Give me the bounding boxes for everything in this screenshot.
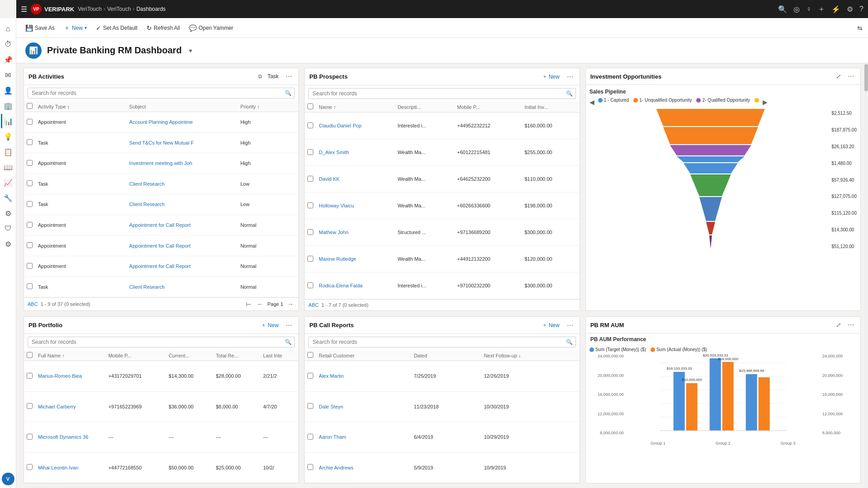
cell-check	[24, 391, 35, 422]
sidebar-icon-leads[interactable]: 📊	[1, 114, 15, 128]
bell-icon[interactable]: ♀	[806, 5, 811, 13]
call-reports-more-button[interactable]: ⋯	[565, 321, 575, 330]
row-checkbox[interactable]	[27, 283, 33, 289]
row-checkbox[interactable]	[307, 149, 313, 155]
scrollbar[interactable]	[864, 63, 868, 488]
sidebar-icon-reports[interactable]: 📈	[1, 175, 15, 190]
refresh-button[interactable]: ↻ Refresh All	[143, 23, 184, 33]
circle-icon[interactable]: ◎	[793, 5, 800, 14]
sidebar-avatar[interactable]: V	[2, 473, 14, 485]
row-checkbox[interactable]	[307, 373, 313, 379]
prospects-abc-button[interactable]: ABC	[308, 302, 319, 308]
funnel-prev-button[interactable]: ◀	[590, 99, 594, 106]
portfolio-new-button[interactable]: ＋ New	[258, 320, 281, 330]
sidebar-icon-settings[interactable]: ⚙	[1, 206, 15, 221]
set-default-button[interactable]: ✓ Set As Default	[92, 23, 141, 33]
new-button[interactable]: ＋ New ▾	[60, 22, 90, 34]
row-checkbox[interactable]	[307, 464, 313, 470]
select-all-checkbox[interactable]	[307, 352, 313, 358]
more-options-button[interactable]: ⋯	[284, 72, 294, 81]
col-followup: Next Follow-up ↓	[481, 350, 579, 361]
task-button[interactable]: Task	[265, 72, 282, 80]
page-title-caret[interactable]: ▾	[189, 47, 192, 54]
breadcrumb-veritouch2[interactable]: VeriTouch	[107, 6, 131, 12]
sidebar-icon-recent[interactable]: ⏱	[1, 37, 15, 52]
row-checkbox[interactable]	[307, 403, 313, 409]
pb-prospects-search-input[interactable]	[309, 89, 563, 99]
row-checkbox[interactable]	[27, 139, 33, 145]
cell-subject: Client Research	[127, 277, 238, 297]
portfolio-more-button[interactable]: ⋯	[284, 321, 294, 330]
breadcrumb-veritouch[interactable]: VeriTouch	[78, 6, 102, 12]
new-chevron-icon[interactable]: ▾	[85, 25, 87, 30]
row-checkbox[interactable]	[27, 403, 33, 409]
investment-more-button[interactable]: ⋯	[846, 72, 856, 81]
cell-check	[24, 422, 35, 453]
settings-icon[interactable]: ⚙	[847, 5, 853, 14]
sidebar-icon-pinned[interactable]: 📌	[1, 52, 15, 67]
row-checkbox[interactable]	[27, 119, 33, 125]
main-area: ☰ VP VERIPARK VeriTouch › VeriTouch › Da…	[16, 0, 868, 488]
funnel-next-button[interactable]: ▶	[763, 99, 768, 106]
pb-call-reports-search-input[interactable]	[309, 337, 563, 347]
row-checkbox[interactable]	[27, 180, 33, 186]
row-checkbox[interactable]	[27, 222, 33, 228]
row-checkbox[interactable]	[307, 282, 313, 288]
row-checkbox[interactable]	[27, 160, 33, 166]
plus-icon[interactable]: ＋	[818, 5, 825, 14]
top-nav-right: 🔍 ◎ ♀ ＋ ⚡ ⚙ ?	[778, 5, 863, 14]
aum-expand-button[interactable]: ⤢	[834, 320, 843, 329]
sidebar-icon-opportunities[interactable]: 💡	[1, 129, 15, 144]
row-checkbox[interactable]	[307, 176, 313, 182]
row-checkbox[interactable]	[307, 202, 313, 208]
row-checkbox[interactable]	[27, 201, 33, 207]
table-row: Appointment Appointment for Call Report …	[24, 256, 298, 277]
sidebar-icon-knowledge[interactable]: 📖	[1, 160, 15, 174]
sidebar-icon-contacts[interactable]: 👤	[1, 83, 15, 98]
row-checkbox[interactable]	[27, 434, 33, 440]
hamburger-menu[interactable]: ☰	[21, 5, 27, 14]
sidebar-icon-tools[interactable]: 🔧	[1, 191, 15, 205]
pb-activities-search-input[interactable]	[28, 88, 282, 98]
first-page-button[interactable]: ⊢	[245, 300, 253, 308]
search-icon[interactable]: 🔍	[778, 5, 787, 14]
sidebar-icon-home[interactable]: ⌂	[1, 22, 15, 36]
call-reports-new-button[interactable]: ＋ New	[539, 320, 562, 330]
filter-icon[interactable]: ⚡	[831, 5, 840, 14]
help-icon[interactable]: ?	[859, 5, 863, 13]
row-checkbox[interactable]	[307, 256, 313, 262]
yammer-button[interactable]: 💬 Open Yammer	[185, 23, 237, 33]
row-checkbox[interactable]	[27, 464, 33, 470]
aum-more-button[interactable]: ⋯	[846, 320, 856, 329]
sidebar-icon-cases[interactable]: 📋	[1, 145, 15, 159]
sidebar-icon-accounts[interactable]: 🏢	[1, 99, 15, 113]
prospects-new-button[interactable]: ＋ New	[539, 72, 562, 81]
cell-mobile: +44952232212	[454, 113, 522, 139]
sidebar-icon-activities[interactable]: ✉	[1, 68, 15, 82]
cell-desc: Wealth Ma...	[395, 166, 454, 192]
next-page-button[interactable]: →	[286, 300, 295, 308]
row-checkbox[interactable]	[27, 242, 33, 248]
select-all-checkbox[interactable]	[27, 352, 33, 358]
sidebar-icon-admin[interactable]: 🛡	[1, 221, 15, 236]
row-checkbox[interactable]	[27, 373, 33, 379]
expand-widget-button[interactable]: ⤢	[834, 72, 843, 81]
row-checkbox[interactable]	[307, 434, 313, 440]
row-checkbox[interactable]	[307, 229, 313, 235]
select-all-checkbox[interactable]	[27, 103, 33, 109]
prev-page-button[interactable]: ←	[255, 300, 264, 308]
pb-portfolio-search-input[interactable]	[28, 337, 282, 347]
abc-button[interactable]: ABC	[28, 301, 38, 307]
row-checkbox[interactable]	[307, 122, 313, 128]
expand-icon[interactable]: ⇆	[857, 24, 863, 32]
row-checkbox[interactable]	[27, 263, 33, 269]
breadcrumb-dashboards[interactable]: Dashboards	[137, 6, 166, 12]
select-all-checkbox[interactable]	[307, 103, 313, 109]
pb-portfolio-table: Full Name ↑ Mobile P... Current... Total…	[24, 350, 298, 483]
save-as-button[interactable]: 💾 Save As	[22, 23, 58, 33]
scrollbar-thumb[interactable]	[864, 64, 868, 91]
sidebar-icon-gear[interactable]: ⚙	[1, 237, 15, 251]
prospects-more-button[interactable]: ⋯	[565, 72, 575, 81]
cell-check	[305, 192, 316, 219]
pb-activities-actions: ⧉ Task ⋯	[258, 72, 294, 81]
